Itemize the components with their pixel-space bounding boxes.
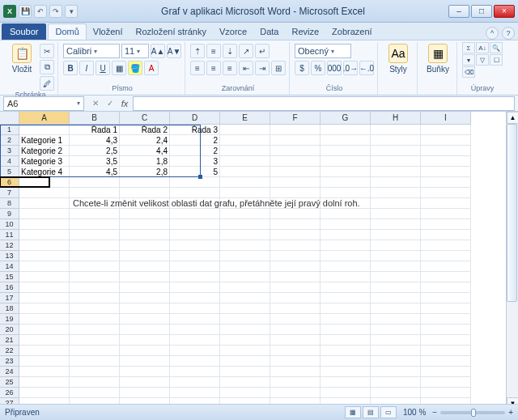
cell[interactable] bbox=[270, 325, 321, 335]
cell[interactable] bbox=[120, 272, 170, 282]
cell[interactable] bbox=[220, 135, 270, 146]
cell[interactable] bbox=[120, 303, 170, 314]
cell[interactable] bbox=[371, 367, 421, 377]
row-header[interactable]: 14 bbox=[0, 261, 19, 272]
cell[interactable] bbox=[371, 198, 421, 209]
cell[interactable]: 5 bbox=[170, 167, 220, 177]
cell[interactable] bbox=[421, 388, 471, 398]
cell[interactable] bbox=[371, 240, 421, 251]
view-normal-icon[interactable]: ▦ bbox=[345, 406, 361, 418]
cell[interactable] bbox=[321, 272, 371, 282]
zoom-thumb[interactable] bbox=[471, 409, 476, 417]
cell[interactable] bbox=[421, 146, 471, 156]
underline-button[interactable]: U bbox=[96, 61, 110, 75]
cell[interactable] bbox=[170, 377, 220, 388]
cell[interactable] bbox=[220, 377, 270, 388]
cell[interactable] bbox=[19, 188, 70, 198]
name-box[interactable]: A6▾ bbox=[3, 96, 84, 111]
cut-icon[interactable]: ✂ bbox=[40, 44, 54, 58]
cell[interactable] bbox=[421, 219, 471, 230]
row-header[interactable]: 23 bbox=[0, 356, 19, 367]
cell[interactable] bbox=[270, 261, 321, 272]
cell[interactable] bbox=[19, 388, 70, 398]
cell[interactable] bbox=[421, 209, 471, 219]
cell[interactable] bbox=[19, 177, 70, 188]
row-header[interactable]: 26 bbox=[0, 388, 19, 398]
cell[interactable] bbox=[321, 346, 371, 356]
cell[interactable] bbox=[270, 314, 321, 325]
spreadsheet-grid[interactable]: ABCDEFGHI 123456789101112131415161718192… bbox=[0, 112, 518, 413]
cell[interactable] bbox=[270, 135, 321, 146]
row-header[interactable]: 6 bbox=[0, 177, 19, 188]
comma-format-icon[interactable]: 000 bbox=[327, 61, 342, 75]
column-header[interactable]: E bbox=[220, 112, 270, 125]
cell[interactable] bbox=[371, 146, 421, 156]
cell[interactable] bbox=[321, 146, 371, 156]
cell[interactable] bbox=[70, 346, 120, 356]
column-header[interactable]: G bbox=[321, 112, 371, 125]
cell[interactable] bbox=[371, 125, 421, 135]
cell[interactable] bbox=[371, 135, 421, 146]
cell[interactable] bbox=[270, 346, 321, 356]
qat-dropdown-icon[interactable]: ▾ bbox=[65, 5, 78, 18]
cell[interactable] bbox=[270, 282, 321, 293]
cell[interactable]: Kategorie 2 bbox=[19, 146, 70, 156]
cell[interactable] bbox=[170, 240, 220, 251]
cell[interactable] bbox=[170, 346, 220, 356]
font-name-combo[interactable]: Calibri▾ bbox=[63, 44, 120, 58]
cell[interactable] bbox=[371, 230, 421, 240]
cell[interactable] bbox=[19, 251, 70, 261]
ribbon-tab-data[interactable]: Data bbox=[253, 23, 285, 40]
cell[interactable] bbox=[421, 251, 471, 261]
increase-indent-icon[interactable]: ⇥ bbox=[255, 61, 270, 75]
cell[interactable] bbox=[220, 367, 270, 377]
cell[interactable] bbox=[70, 188, 120, 198]
cell[interactable] bbox=[371, 177, 421, 188]
row-header[interactable]: 1 bbox=[0, 125, 19, 135]
fx-icon[interactable]: fx bbox=[117, 99, 133, 108]
zoom-out-button[interactable]: − bbox=[432, 408, 437, 417]
cell[interactable] bbox=[321, 293, 371, 303]
merge-button[interactable]: ⊞ bbox=[271, 61, 286, 75]
accounting-format-icon[interactable]: $ bbox=[295, 61, 309, 75]
cell[interactable]: 4,4 bbox=[120, 146, 170, 156]
cell[interactable] bbox=[371, 251, 421, 261]
decrease-indent-icon[interactable]: ⇤ bbox=[239, 61, 253, 75]
cell[interactable] bbox=[220, 146, 270, 156]
vscroll-thumb[interactable] bbox=[507, 124, 517, 302]
ribbon-tab-revize[interactable]: Revize bbox=[285, 23, 325, 40]
row-header[interactable]: 4 bbox=[0, 156, 19, 167]
cell[interactable] bbox=[371, 167, 421, 177]
cell[interactable]: 1,8 bbox=[120, 156, 170, 167]
cell[interactable] bbox=[270, 367, 321, 377]
cell[interactable] bbox=[270, 377, 321, 388]
cell[interactable] bbox=[220, 209, 270, 219]
cell[interactable] bbox=[371, 325, 421, 335]
cell[interactable] bbox=[270, 125, 321, 135]
styles-button[interactable]: AaStyly bbox=[383, 42, 414, 74]
cell[interactable] bbox=[371, 188, 421, 198]
qat-save-icon[interactable]: 💾 bbox=[19, 5, 32, 18]
cell[interactable]: Kategorie 4 bbox=[19, 167, 70, 177]
cell[interactable] bbox=[270, 251, 321, 261]
cell[interactable] bbox=[321, 335, 371, 346]
align-bottom-icon[interactable]: ⇣ bbox=[223, 44, 237, 58]
cell[interactable] bbox=[270, 230, 321, 240]
decrease-font-icon[interactable]: A▼ bbox=[167, 44, 181, 58]
file-tab[interactable]: Soubor bbox=[2, 23, 46, 40]
cell[interactable] bbox=[270, 156, 321, 167]
cell[interactable] bbox=[120, 346, 170, 356]
cell[interactable]: Kategorie 3 bbox=[19, 156, 70, 167]
column-header[interactable]: F bbox=[270, 112, 321, 125]
align-top-icon[interactable]: ⇡ bbox=[190, 44, 205, 58]
column-header[interactable]: H bbox=[371, 112, 421, 125]
cell[interactable] bbox=[220, 325, 270, 335]
cell[interactable] bbox=[321, 356, 371, 367]
row-header[interactable]: 11 bbox=[0, 230, 19, 240]
maximize-button[interactable]: □ bbox=[471, 5, 492, 18]
cell[interactable] bbox=[170, 388, 220, 398]
cell[interactable] bbox=[270, 167, 321, 177]
font-color-button[interactable]: A bbox=[144, 61, 159, 75]
cell[interactable] bbox=[19, 198, 70, 209]
cell[interactable] bbox=[170, 230, 220, 240]
